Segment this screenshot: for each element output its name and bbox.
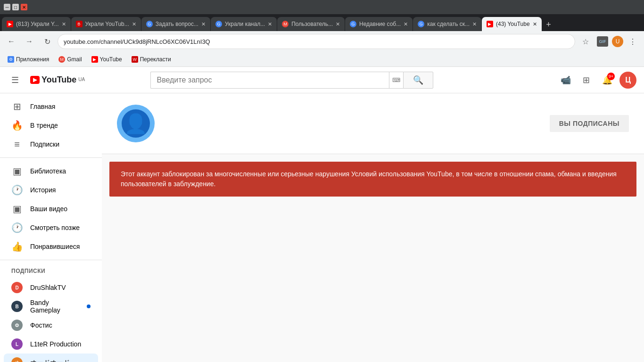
browser-tab-tab8[interactable]: ▶ (43) YouTube ✕ <box>482 17 542 31</box>
sidebar-item-your_videos[interactable]: ▣ Ваши видео <box>4 199 98 218</box>
tab-favicon: G <box>350 21 356 27</box>
browser-tab-tab5[interactable]: M Пользователь... ✕ <box>277 17 345 31</box>
yt-logo-icon: ▶ <box>30 76 40 84</box>
yt-logo[interactable]: ▶ YouTube UA <box>30 75 85 85</box>
yt-header: ☰ ▶ YouTube UA ⌨ 🔍 📹 ⊞ 🔔 9+ Ц <box>0 67 644 93</box>
tab-close-icon[interactable]: ✕ <box>472 21 477 27</box>
channel-header: 👤 ВЫ ПОДПИСАНЫ <box>102 93 644 154</box>
sidebar-item-subscriptions[interactable]: ≡ Подписки <box>4 135 98 154</box>
tab-close-icon[interactable]: ✕ <box>201 21 206 27</box>
tab-label: как сделать ск... <box>427 21 470 27</box>
bookmark-youtube[interactable]: ▶ YouTube <box>88 54 126 65</box>
tab-label: (43) YouTube <box>496 21 530 27</box>
yt-logo-text: YouTube <box>41 75 76 85</box>
new-tab-button[interactable]: + <box>542 18 555 31</box>
bookmark-приложения[interactable]: ⚙ Приложения <box>4 54 53 65</box>
tab-label: Пользователь... <box>291 21 333 27</box>
subscription-item-bandy[interactable]: B Bandy Gameplay <box>4 297 98 316</box>
bookmark-label: Gmail <box>67 56 82 63</box>
tab-label: (813) Украли Y... <box>16 21 59 27</box>
tab-favicon: G <box>146 21 153 27</box>
browser-tab-tab3[interactable]: G Задать вопрос... ✕ <box>141 17 210 31</box>
tab-close-icon[interactable]: ✕ <box>62 21 66 27</box>
address-bar[interactable]: youtube.com/channel/UCk9d8jRNLcO6XC06V1L… <box>58 34 575 49</box>
minimize-button[interactable]: ─ <box>4 4 10 10</box>
tab-favicon: B <box>76 21 83 27</box>
bookmark-gmail[interactable]: M Gmail <box>55 54 85 65</box>
search-input[interactable] <box>150 72 389 89</box>
bookmark-label: Приложения <box>16 56 49 63</box>
sub-avatar-l1ter: L <box>11 338 23 350</box>
subscription-item-fostis[interactable]: Ф Фостис <box>4 316 98 335</box>
sidebar-item-home[interactable]: ⊞ Главная <box>4 97 98 116</box>
bookmarks-bar: ⚙ Приложения M Gmail ▶ YouTube W Перекла… <box>0 52 644 67</box>
ban-banner: Этот аккаунт заблокирован за многочислен… <box>109 162 636 197</box>
browser-tab-tab1[interactable]: ▶ (813) Украли Y... ✕ <box>2 17 71 31</box>
sidebar-item-label: История <box>30 186 56 194</box>
sidebar-item-trending[interactable]: 🔥 В тренде <box>4 116 98 135</box>
yt-logo-locale: UA <box>78 77 85 82</box>
subscriptions-section-title: ПОДПИСКИ <box>0 264 102 278</box>
yt-sidebar: ⊞ Главная 🔥 В тренде ≡ Подписки ▣ Библио… <box>0 93 102 362</box>
browser-tab-tab4[interactable]: G Украли канал... ✕ <box>211 17 277 31</box>
browser-tab-tab7[interactable]: G как сделать ск... ✕ <box>413 17 481 31</box>
browser-tab-tab2[interactable]: B Украли YouTub... ✕ <box>71 17 141 31</box>
apps-grid-button[interactable]: ⊞ <box>578 72 595 89</box>
sidebar-item-library[interactable]: ▣ Библиотека <box>4 162 98 181</box>
bookmark-перекласти[interactable]: W Перекласти <box>128 54 175 65</box>
subscription-item-l1ter[interactable]: L L1teR Production <box>4 335 98 354</box>
sidebar-item-label: Подписки <box>30 140 59 148</box>
sub-label-fostis: Фостис <box>30 321 91 329</box>
tab-close-icon[interactable]: ✕ <box>336 21 340 27</box>
sidebar-item-history[interactable]: 🕐 История <box>4 181 98 199</box>
tab-close-icon[interactable]: ✕ <box>533 21 537 27</box>
bookmark-favicon: W <box>132 56 138 63</box>
tab-label: Украли канал... <box>225 21 265 27</box>
sidebar-item-label: Смотреть позже <box>30 224 80 231</box>
url-display: youtube.com/channel/UCk9d8jRNLcO6XC06V1L… <box>64 38 569 45</box>
tab-favicon: ▶ <box>7 21 13 27</box>
tab-close-icon[interactable]: ✕ <box>404 21 408 27</box>
forward-button[interactable]: → <box>22 34 37 49</box>
sidebar-item-label: Главная <box>30 103 55 110</box>
subscription-item-drushlak[interactable]: D DruShlakTV <box>4 278 98 297</box>
menu-hamburger-icon[interactable]: ☰ <box>8 71 23 89</box>
sub-notification-dot <box>87 304 91 308</box>
sub-label-bandy: Bandy Gameplay <box>30 299 79 314</box>
channel-avatar-inner: 👤 <box>122 109 150 138</box>
tab-label: Задать вопрос... <box>156 21 198 27</box>
youtube-app: ☰ ▶ YouTube UA ⌨ 🔍 📹 ⊞ 🔔 9+ Ц ⊞ Главная … <box>0 67 644 362</box>
sub-label-odo: オードオード <box>30 359 91 362</box>
tab-close-icon[interactable]: ✕ <box>268 21 272 27</box>
profile-icon[interactable]: U <box>612 36 623 47</box>
create-video-button[interactable]: 📹 <box>557 72 574 89</box>
notifications-button[interactable]: 🔔 9+ <box>599 72 616 89</box>
tab-close-icon[interactable]: ✕ <box>132 21 136 27</box>
sidebar-item-label: Ваши видео <box>30 205 67 213</box>
browser-tab-tab6[interactable]: G Недавние соб... ✕ <box>345 17 413 31</box>
sidebar-item-watch_later[interactable]: 🕐 Смотреть позже <box>4 218 98 237</box>
ext-icon-1[interactable]: GIF <box>597 36 608 47</box>
yt-body: ⊞ Главная 🔥 В тренде ≡ Подписки ▣ Библио… <box>0 93 644 362</box>
sub-avatar-drushlak: D <box>11 282 23 293</box>
tab-favicon: G <box>418 21 424 27</box>
tab-favicon: G <box>215 21 222 27</box>
subscription-item-odo[interactable]: オ オードオード <box>4 354 98 362</box>
close-button[interactable]: ✕ <box>21 4 27 10</box>
tab-label: Недавние соб... <box>359 21 401 27</box>
channel-avatar-person-icon: 👤 <box>124 113 148 135</box>
sidebar-item-liked[interactable]: 👍 Понравившиеся <box>4 237 98 256</box>
subscribe-button[interactable]: ВЫ ПОДПИСАНЫ <box>550 115 629 132</box>
user-avatar[interactable]: Ц <box>619 72 636 89</box>
bookmark-icon[interactable]: ☆ <box>578 34 593 49</box>
maximize-button[interactable]: □ <box>12 4 19 10</box>
back-button[interactable]: ← <box>4 34 19 49</box>
menu-dots-icon[interactable]: ⋮ <box>625 34 640 49</box>
notifications-badge: 9+ <box>607 73 615 80</box>
yt-main-content: 👤 ВЫ ПОДПИСАНЫ Этот аккаунт заблокирован… <box>102 93 644 362</box>
reload-button[interactable]: ↻ <box>40 34 55 49</box>
search-button[interactable]: 🔍 <box>403 72 433 89</box>
keyboard-icon[interactable]: ⌨ <box>389 72 403 89</box>
tab-favicon: M <box>282 21 289 27</box>
title-bar-left: ─ □ ✕ <box>4 4 27 10</box>
